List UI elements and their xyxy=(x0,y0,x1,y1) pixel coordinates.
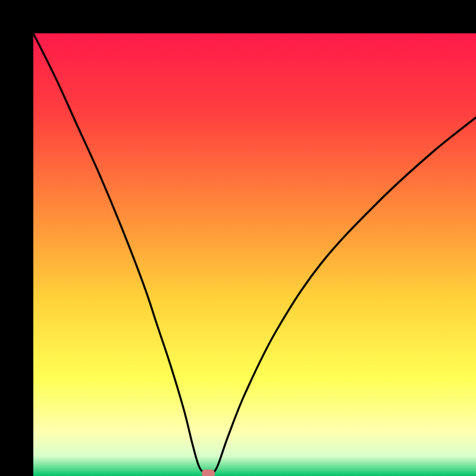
bottleneck-curve xyxy=(33,33,476,475)
chart-frame xyxy=(0,0,476,476)
chart-plot-area xyxy=(33,33,476,476)
curve-layer xyxy=(33,33,476,476)
optimal-point-marker xyxy=(202,469,215,476)
